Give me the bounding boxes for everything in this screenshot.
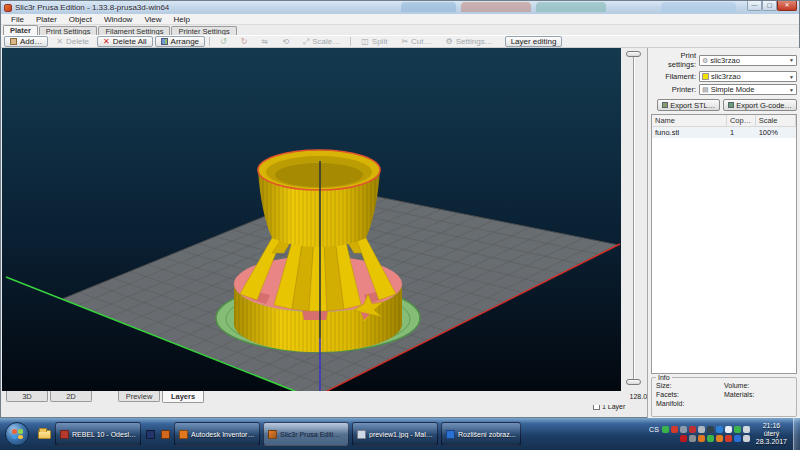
maximize-button[interactable]: ▢ (762, 1, 777, 11)
tray-icon[interactable] (707, 435, 714, 442)
layer-slider-upper-knob[interactable] (626, 51, 641, 57)
menu-window[interactable]: Window (98, 14, 138, 25)
taskbar-button-inventor[interactable]: Autodesk Inventor Pr... (174, 422, 260, 446)
taskbar-button-slic3r[interactable]: Slic3r Prusa Edition - ... (263, 422, 349, 446)
tab-printer-settings[interactable]: Printer Settings (171, 26, 236, 35)
taskbar-button-paint[interactable]: preview1.jpg - Malov... (352, 422, 438, 446)
object-settings-button[interactable]: ⚙Settings… (440, 36, 499, 47)
tray-icon[interactable] (743, 435, 750, 442)
tray-icon[interactable] (662, 426, 669, 433)
tray-icon[interactable] (725, 426, 732, 433)
volume-label: Volume: (724, 382, 792, 389)
tray-icon[interactable] (716, 435, 723, 442)
materials-label: Materials: (724, 391, 792, 398)
show-desktop-button[interactable] (793, 418, 800, 450)
menu-object[interactable]: Object (63, 14, 98, 25)
export-stl-button[interactable]: Export STL… (657, 99, 720, 111)
rotate-ccw-icon: ↺ (220, 38, 227, 46)
add-object-icon (10, 38, 17, 45)
taskbar-button-rebel[interactable]: REBEL 10 - Odeslat o... (55, 422, 141, 446)
column-copies[interactable]: Cop… (727, 115, 756, 126)
rotate-cw-icon: ↻ (241, 38, 248, 46)
minimize-button[interactable]: — (747, 1, 762, 11)
pinned-explorer-button[interactable] (33, 422, 55, 446)
start-button[interactable] (5, 422, 29, 446)
export-gcode-button[interactable]: Export G-code… (723, 99, 797, 111)
language-indicator[interactable]: CS (649, 426, 660, 433)
desktop: Slic3r Prusa Edition - 1.33.8-prusa3d-wi… (0, 0, 800, 450)
info-box-title: Info (656, 374, 672, 381)
tray-icon[interactable] (698, 426, 705, 433)
chevron-down-icon: ▼ (789, 87, 794, 93)
add-button[interactable]: Add… (4, 36, 48, 47)
scale-button[interactable]: ⤢Scale… (297, 36, 346, 47)
tray-icon[interactable] (725, 435, 732, 442)
vase-interior-deep (275, 163, 363, 187)
tray-row-bottom (649, 435, 750, 442)
facets-label: Facets: (656, 391, 724, 398)
tray-icon[interactable] (689, 426, 696, 433)
pinned-app-button[interactable] (159, 422, 172, 446)
layer-slider-lower-knob[interactable] (626, 379, 641, 385)
taskbar-button-display-settings[interactable]: Rozlišení zobraz... (441, 422, 521, 446)
view-tab-3d[interactable]: 3D (6, 391, 48, 402)
rotate-45-button[interactable]: ⟲ (276, 36, 295, 47)
inventor-app-icon (179, 430, 188, 439)
menu-plater[interactable]: Plater (30, 14, 63, 25)
tray-icon[interactable] (689, 435, 696, 442)
scale-icon: ⤢ (303, 38, 309, 46)
layer-editing-button[interactable]: Layer editing (505, 36, 563, 47)
column-scale[interactable]: Scale (756, 115, 796, 126)
rotate-cw-button[interactable]: ↻ (235, 36, 254, 47)
tray-icon[interactable] (698, 435, 705, 442)
split-icon: ◫ (361, 38, 369, 46)
tray-icon[interactable] (734, 435, 741, 442)
menu-help[interactable]: Help (168, 14, 196, 25)
tab-filament-settings[interactable]: Filament Settings (98, 26, 170, 35)
title-bar[interactable]: Slic3r Prusa Edition - 1.33.8-prusa3d-wi… (1, 1, 799, 14)
close-button[interactable]: ✕ (777, 1, 797, 11)
split-button[interactable]: ◫Split (355, 36, 393, 47)
layer-slider-track[interactable] (633, 54, 635, 382)
preset-gear-icon: ⚙ (702, 57, 708, 64)
tray-icon[interactable] (743, 426, 750, 433)
filament-select[interactable]: slic3rzao ▼ (699, 71, 797, 82)
info-box: Info Size: Volume: Facets: Materials: Ma… (651, 377, 797, 417)
3d-viewport[interactable] (2, 48, 621, 391)
filament-color-swatch (702, 73, 709, 80)
cut-icon: ✂ (401, 38, 408, 46)
menu-view[interactable]: View (138, 14, 167, 25)
printer-select[interactable]: ▤ Simple Mode ▼ (699, 84, 797, 95)
slic3r-taskbar-icon (268, 430, 277, 439)
tab-plater[interactable]: Plater (3, 25, 38, 35)
tray-icon[interactable] (716, 426, 723, 433)
print-settings-select[interactable]: ⚙ slic3rzao ▼ (699, 55, 797, 66)
rotate-ccw-button[interactable]: ↺ (214, 36, 233, 47)
system-tray: CS (649, 418, 800, 450)
column-name[interactable]: Name (652, 115, 727, 126)
tab-print-settings[interactable]: Print Settings (39, 26, 98, 35)
tray-icon[interactable] (671, 426, 678, 433)
delete-button[interactable]: ✕Delete (50, 36, 95, 47)
maximize-icon: ▢ (767, 2, 773, 8)
view-tab-preview[interactable]: Preview (118, 391, 160, 402)
cut-button[interactable]: ✂Cut… (395, 36, 437, 47)
size-label: Size: (656, 382, 724, 389)
tray-row-top: CS (649, 426, 750, 433)
delete-all-button[interactable]: ✕Delete All (97, 36, 153, 47)
tray-icon[interactable] (707, 426, 714, 433)
menu-file[interactable]: File (5, 14, 30, 25)
object-row[interactable]: funo.stl 1 100% (652, 127, 796, 138)
rebel-app-icon (60, 430, 69, 439)
pinned-app-button[interactable] (144, 422, 157, 446)
view-tab-2d[interactable]: 2D (50, 391, 92, 402)
mirror-button[interactable]: ⇋ (255, 36, 274, 47)
mirror-icon: ⇋ (261, 38, 268, 46)
tray-icon[interactable] (680, 435, 687, 442)
taskbar-clock[interactable]: 21:16 úterý 28.3.2017 (750, 422, 793, 446)
arrange-button[interactable]: Arrange (155, 36, 205, 47)
view-tab-layers[interactable]: Layers (162, 391, 204, 403)
tray-icon[interactable] (734, 426, 741, 433)
paint-app-icon (357, 430, 366, 439)
tray-icon[interactable] (680, 426, 687, 433)
